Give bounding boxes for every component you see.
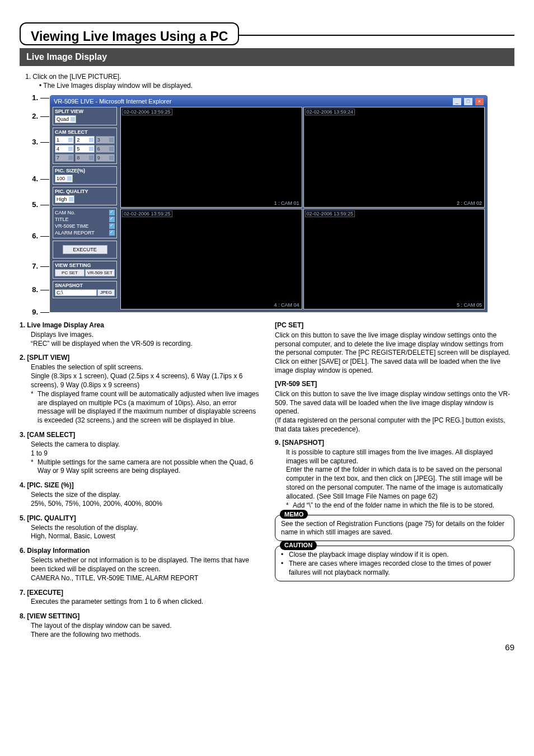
execute-panel: EXECUTE	[53, 241, 117, 259]
item4-p1: Selects the size of the display.	[31, 491, 259, 500]
split-view-select[interactable]: Quad	[55, 115, 76, 123]
cam-select-8[interactable]: 8	[75, 154, 94, 162]
cam-select-panel: CAM SELECT 1 2 3 4 5 6 7 8 9	[53, 128, 117, 164]
pcset-heading: [PC SET]	[275, 321, 514, 330]
cam-select-3[interactable]: 3	[96, 136, 115, 144]
snapshot-label: SNAPSHOT	[55, 283, 115, 288]
pcset-text: Click on this button to save the live im…	[275, 331, 514, 375]
memo-tag: MEMO	[280, 510, 308, 519]
snapshot-path-input[interactable]: C:\	[55, 289, 97, 296]
cam-cell-3: 02-02-2006 13:59:25 4 : CAM 04	[120, 209, 302, 309]
caution-tag: CAUTION	[280, 541, 317, 550]
execute-button[interactable]: EXECUTE	[63, 245, 107, 254]
pic-size-panel: PIC. SIZE(%) 100	[53, 166, 117, 185]
window-title: VR-509E LIVE - Microsoft Internet Explor…	[54, 98, 171, 105]
checkbox-alarm[interactable]	[109, 230, 115, 236]
cam-select-6[interactable]: 6	[96, 145, 115, 153]
page-heading-box: Viewing Live Images Using a PC	[20, 22, 239, 45]
caution-li1: Close the playback image display window …	[289, 551, 508, 560]
item1-p1: Displays live images.	[31, 331, 259, 340]
snapshot-panel: SNAPSHOT C:\ JPEG	[53, 281, 117, 298]
checkbox-title[interactable]	[109, 217, 115, 222]
item3-heading: 3. [CAM SELECT]	[20, 431, 259, 440]
step1-heading: 1. Click on the [LIVE PICTURE].	[25, 73, 514, 81]
cam-select-5[interactable]: 5	[75, 145, 94, 153]
cam-select-label: CAM SELECT	[55, 129, 115, 135]
label-time: VR-509E TIME	[55, 223, 88, 229]
item5-heading: 5. [PIC. QUALITY]	[20, 514, 259, 523]
memo-text: See the section of Registration Function…	[281, 520, 508, 538]
item2-p2: Single (8.3ips x 1 screen), Quad (2.5ips…	[31, 372, 259, 390]
step1-number: 1.	[25, 73, 31, 81]
item4-p2: 25%, 50%, 75%, 100%, 200%, 400%, 800%	[31, 500, 259, 509]
item3-note: Multiple settings for the same camera ar…	[38, 458, 259, 476]
cam4-timestamp: 02-02-2006 13:59:25	[305, 210, 355, 217]
vr509-set-button[interactable]: VR-509 SET	[85, 269, 115, 276]
label-alarm: ALARM REPORT	[55, 230, 95, 236]
split-view-label: SPLIT VIEW	[55, 109, 115, 114]
maximize-icon[interactable]: □	[464, 98, 472, 105]
cam3-label: 4 : CAM 04	[274, 302, 299, 308]
checkbox-time[interactable]	[109, 223, 115, 229]
split-view-panel: SPLIT VIEW Quad	[53, 107, 117, 125]
item6-heading: 6. Display Information	[20, 547, 259, 556]
minimize-icon[interactable]: _	[453, 98, 461, 105]
cam-select-2[interactable]: 2	[75, 136, 94, 144]
cam-select-9[interactable]: 9	[96, 154, 115, 162]
snap-note: Add “\” to the end of the folder name in…	[293, 501, 494, 510]
callout-1: 1.	[32, 93, 38, 102]
cam-select-4[interactable]: 4	[55, 145, 74, 153]
page-heading: Viewing Live Images Using a PC	[31, 29, 228, 44]
pic-size-select[interactable]: 100	[55, 175, 73, 182]
callout-5: 5.	[32, 200, 38, 209]
right-col: [PC SET] Click on this button to save th…	[275, 321, 514, 645]
label-title: TITLE	[55, 217, 69, 222]
item1-p2: “REC” will be displayed when the VR-509 …	[31, 340, 259, 349]
camera-area: 02-02-2006 13:59:25 1 : CAM 01 02-02-200…	[120, 107, 485, 309]
cam-cell-1: 02-02-2006 13:59:25 1 : CAM 01	[120, 107, 302, 208]
snap-p2: Enter the name of the folder in which da…	[286, 466, 514, 501]
figure-wrap: 1. 2. 3. 4. 5. 6. 7. 8. 9. VR-509E LIVE …	[24, 95, 514, 312]
item7-heading: 7. [EXECUTE]	[20, 589, 259, 598]
cam-select-7[interactable]: 7	[55, 154, 74, 162]
cam1-timestamp: 02-02-2006 13:59:25	[122, 109, 172, 115]
callout-4: 4.	[32, 175, 38, 183]
two-col: 1. Live Image Display Area Displays live…	[20, 321, 514, 645]
cam-select-1[interactable]: 1	[55, 136, 74, 144]
item5-p2: High, Normal, Basic, Lowest	[31, 532, 259, 541]
jpeg-button[interactable]: JPEG	[97, 289, 115, 296]
title-bar: VR-509E LIVE - Microsoft Internet Explor…	[50, 96, 487, 107]
close-icon[interactable]: ×	[475, 98, 484, 105]
step1-bullet: The Live Images display window will be d…	[39, 82, 514, 90]
display-info-panel: CAM No. TITLE VR-509E TIME ALARM REPORT	[53, 208, 117, 238]
snap-p1: It is possible to capture still images f…	[286, 448, 514, 466]
pic-quality-select[interactable]: High	[55, 195, 74, 203]
item6-p1: Selects whether or not information is to…	[31, 556, 259, 574]
callout-2: 2.	[32, 112, 38, 120]
item7-p1: Executes the parameter settings from 1 t…	[31, 598, 259, 607]
checkbox-camno[interactable]	[109, 210, 115, 215]
window-icons: _ □ ×	[452, 97, 484, 105]
item8-p2: There are the following two methods.	[31, 631, 259, 640]
page-number: 69	[505, 642, 514, 652]
cam-cell-4: 02-02-2006 13:59:25 5 : CAM 05	[303, 209, 485, 309]
item2-heading: 2. [SPLIT VIEW]	[20, 354, 259, 363]
cam2-timestamp: 02-02-2006 13:59:24	[305, 109, 355, 115]
pc-set-button[interactable]: PC SET	[55, 269, 85, 276]
vrset-heading: [VR-509 SET]	[275, 380, 514, 389]
callout-8: 8.	[32, 285, 38, 294]
cam1-label: 1 : CAM 01	[274, 200, 299, 206]
left-col: 1. Live Image Display Area Displays live…	[20, 321, 259, 645]
callout-6: 6.	[32, 232, 38, 240]
item6-p2: CAMERA No., TITLE, VR-509E TIME, ALARM R…	[31, 574, 259, 583]
step-area: 1. Click on the [LIVE PICTURE]. The Live…	[25, 73, 514, 90]
item3-p2: 1 to 9	[31, 449, 259, 458]
memo-box: MEMO See the section of Registration Fun…	[275, 515, 514, 542]
label-camno: CAM No.	[55, 210, 76, 215]
cam4-label: 5 : CAM 05	[457, 302, 482, 308]
item1-heading: 1. Live Image Display Area	[20, 321, 259, 330]
item8-p1: The layout of the display window can be …	[31, 622, 259, 631]
sidebar: SPLIT VIEW Quad CAM SELECT 1 2 3 4 5 6 7…	[53, 107, 117, 309]
cam2-label: 2 : CAM 02	[457, 200, 482, 206]
browser-window: VR-509E LIVE - Microsoft Internet Explor…	[50, 95, 488, 312]
